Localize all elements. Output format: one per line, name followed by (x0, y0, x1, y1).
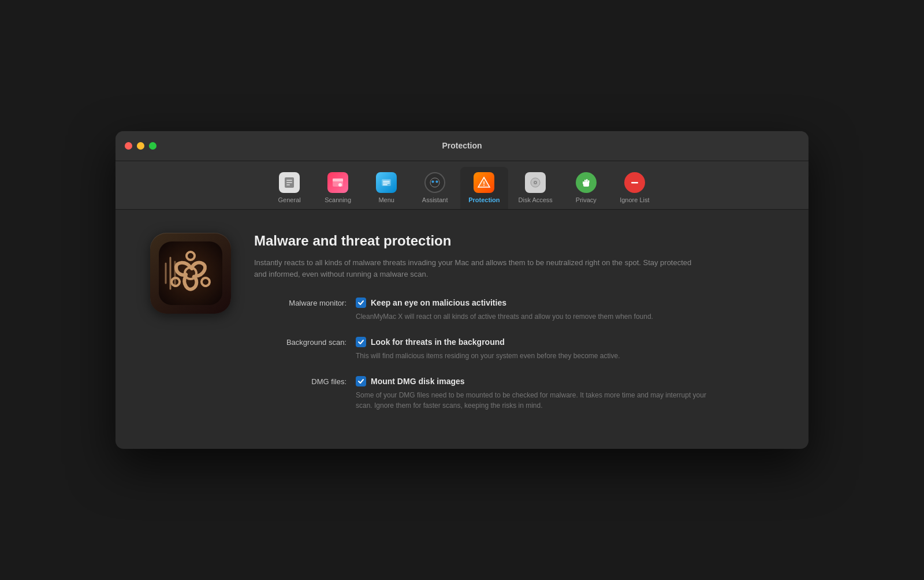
main-text-area: Malware and threat protection Instantly … (254, 233, 774, 426)
setting-row-malware: Malware monitor: Keep an eye on maliciou… (254, 298, 774, 322)
dmg-content: Mount DMG disk images Some of your DMG f… (356, 376, 774, 411)
svg-rect-9 (383, 183, 390, 184)
tab-ignorelist[interactable]: Ignore List (612, 167, 658, 209)
minimize-button[interactable] (137, 142, 144, 150)
assistant-icon (424, 172, 446, 194)
tab-protection[interactable]: ! Protection (460, 167, 508, 209)
bgscan-header: Look for threats in the background (356, 337, 774, 347)
svg-rect-25 (583, 181, 584, 184)
svg-point-11 (430, 178, 439, 187)
setting-row-dmg: DMG files: Mount DMG disk images Some of… (254, 376, 774, 411)
tab-privacy[interactable]: Privacy (563, 167, 609, 209)
bgscan-desc: This will find malicious items residing … (356, 351, 714, 361)
malware-monitor-header: Keep an eye on malicious activities (356, 298, 774, 308)
dmg-header: Mount DMG disk images (356, 376, 774, 386)
setting-row-bgscan: Background scan: Look for threats in the… (254, 337, 774, 361)
dmg-desc: Some of your DMG files need to be mounte… (356, 390, 714, 411)
svg-point-14 (433, 181, 434, 182)
app-icon-wrapper (150, 233, 231, 314)
dmg-checkbox[interactable] (356, 376, 366, 386)
titlebar: Protection (116, 131, 808, 161)
svg-point-6 (338, 183, 342, 187)
malware-monitor-checkbox[interactable] (356, 298, 366, 308)
section-desc: Instantly reacts to all kinds of malware… (254, 257, 705, 280)
tab-general-label: General (278, 196, 301, 203)
app-icon (150, 233, 231, 314)
main-content: Malware and threat protection Instantly … (116, 210, 808, 449)
svg-rect-5 (333, 179, 343, 181)
protection-icon: ! (473, 172, 495, 194)
close-button[interactable] (125, 142, 132, 150)
svg-rect-24 (588, 180, 590, 183)
tab-menu[interactable]: Menu (363, 167, 409, 209)
malware-monitor-heading: Keep an eye on malicious activities (371, 298, 506, 307)
malware-monitor-content: Keep an eye on malicious activities Clea… (356, 298, 774, 322)
svg-rect-23 (586, 179, 588, 183)
svg-point-15 (437, 181, 438, 182)
tab-menu-label: Menu (378, 196, 394, 203)
tab-assistant-label: Assistant (422, 196, 448, 203)
svg-point-20 (535, 182, 536, 183)
fullscreen-button[interactable] (149, 142, 157, 150)
tab-assistant[interactable]: Assistant (412, 167, 458, 209)
bgscan-checkbox[interactable] (356, 337, 366, 347)
svg-rect-22 (584, 180, 586, 183)
malware-monitor-label: Malware monitor: (254, 298, 346, 307)
privacy-icon (575, 172, 597, 194)
dmg-label: DMG files: (254, 376, 346, 386)
ignorelist-icon (624, 172, 646, 194)
bgscan-label: Background scan: (254, 337, 346, 347)
menu-icon (375, 172, 397, 194)
traffic-lights (125, 142, 157, 150)
toolbar: General Scanning (116, 161, 808, 210)
bgscan-content: Look for threats in the background This … (356, 337, 774, 361)
svg-rect-3 (286, 184, 290, 185)
dmg-heading: Mount DMG disk images (371, 377, 465, 386)
tab-protection-label: Protection (468, 196, 500, 203)
tab-scanning[interactable]: Scanning (315, 167, 361, 209)
tab-general[interactable]: General (266, 167, 312, 209)
bgscan-heading: Look for threats in the background (371, 337, 505, 347)
tab-privacy-label: Privacy (576, 196, 597, 203)
section-title: Malware and threat protection (254, 233, 774, 249)
svg-text:!: ! (483, 180, 486, 187)
svg-rect-8 (383, 181, 390, 182)
malware-monitor-desc: CleanMyMac X will react on all kinds of … (356, 311, 714, 322)
svg-rect-1 (286, 180, 292, 181)
svg-rect-2 (286, 182, 292, 183)
tab-scanning-label: Scanning (325, 196, 351, 203)
svg-rect-26 (631, 182, 638, 184)
diskaccess-icon (524, 172, 546, 194)
tab-diskaccess[interactable]: Disk Access (511, 167, 561, 209)
general-icon (278, 172, 300, 194)
scanning-icon (327, 172, 349, 194)
tab-diskaccess-label: Disk Access (519, 196, 553, 203)
window-title: Protection (442, 141, 482, 150)
app-window: Protection General (116, 131, 808, 449)
svg-rect-10 (383, 184, 388, 185)
tab-ignorelist-label: Ignore List (620, 196, 649, 203)
